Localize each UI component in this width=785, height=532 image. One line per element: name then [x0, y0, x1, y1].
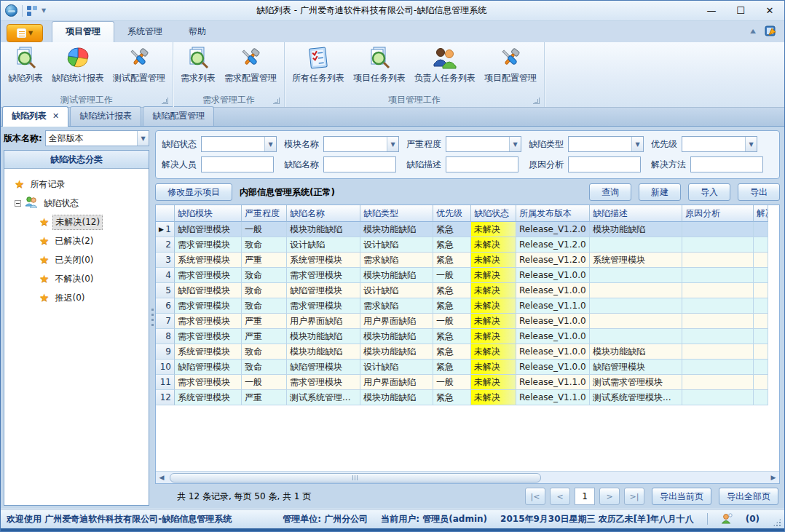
grid-cell[interactable]	[754, 222, 768, 237]
filter-input[interactable]	[690, 156, 763, 172]
grid-cell[interactable]: Release_V1.0.0	[516, 344, 590, 360]
table-row[interactable]: ▶1缺陷管理模块一般模块功能缺陷模块功能缺陷紧急未解决Release_V1.2.…	[156, 222, 779, 237]
grid-cell[interactable]	[754, 329, 768, 344]
grid-cell[interactable]: 一般	[242, 222, 287, 237]
grid-cell[interactable]: 需求缺陷	[360, 253, 433, 268]
search-button[interactable]: 查询	[589, 183, 631, 201]
grid-cell[interactable]: Release_V1.1.0	[516, 298, 590, 314]
grid-cell[interactable]: Release_V1.1.0	[516, 390, 590, 405]
grid-cell[interactable]: 需求管理模块	[175, 298, 242, 314]
ribbon-tab-project[interactable]: 项目管理	[52, 21, 114, 42]
grid-cell[interactable]	[590, 268, 682, 283]
grid-cell[interactable]: 测试需求管理模块	[590, 375, 682, 390]
tree-item[interactable]: ★推迟(0)	[15, 288, 147, 307]
table-row[interactable]: 2需求管理模块致命设计缺陷设计缺陷紧急未解决Release_V1.2.0	[156, 237, 779, 253]
close-tab-icon[interactable]: ✕	[52, 111, 59, 121]
row-selector[interactable]: 4	[156, 268, 175, 283]
filter-select[interactable]: ▼	[323, 136, 399, 152]
modify-columns-button[interactable]: 修改显示项目	[155, 183, 232, 201]
grid-cell[interactable]	[754, 298, 768, 314]
grid-cell[interactable]: 一般	[433, 268, 471, 283]
grid-cell[interactable]	[754, 237, 768, 253]
table-row[interactable]: 6需求管理模块致命需求管理模块需求缺陷紧急未解决Release_V1.1.0	[156, 298, 779, 314]
grid-cell[interactable]: 缺陷管理模块	[590, 360, 682, 375]
grid-cell[interactable]	[590, 283, 682, 298]
grid-cell[interactable]: 一般	[433, 375, 471, 390]
grid-cell[interactable]	[754, 375, 768, 390]
grid-cell[interactable]: 未解决	[471, 268, 516, 283]
new-button[interactable]: 新建	[639, 183, 681, 201]
table-row[interactable]: 12系统管理模块严重测试系统管理...模块功能缺陷紧急未解决Release_V1…	[156, 390, 779, 405]
first-page-button[interactable]: |<	[525, 488, 545, 505]
grid-cell[interactable]: 设计缺陷	[360, 237, 433, 253]
dialog-launcher-icon[interactable]	[162, 98, 168, 104]
grid-cell[interactable]	[590, 237, 682, 253]
grid-cell[interactable]: 紧急	[433, 344, 471, 360]
row-selector[interactable]: 8	[156, 329, 175, 344]
grid-cell[interactable]	[682, 329, 754, 344]
grid-cell[interactable]: 需求管理模块	[175, 268, 242, 283]
row-selector[interactable]: 7	[156, 314, 175, 329]
ribbon-tab-help[interactable]: 帮助	[175, 22, 219, 42]
filter-select[interactable]: ▼	[568, 136, 644, 152]
filter-input[interactable]	[568, 156, 641, 172]
grid-cell[interactable]: Release_V1.0.0	[516, 329, 590, 344]
column-header[interactable]: 缺陷类型	[360, 205, 433, 222]
column-header[interactable]: 缺陷名称	[287, 205, 360, 222]
row-selector[interactable]: 6	[156, 298, 175, 314]
tree-item[interactable]: ★不解决(0)	[15, 269, 147, 288]
ribbon-tab-system[interactable]: 系统管理	[114, 22, 175, 42]
import-button[interactable]: 导入	[688, 183, 730, 201]
tree-item[interactable]: 缺陷状态	[15, 194, 147, 213]
grid-cell[interactable]: 需求管理模块	[175, 237, 242, 253]
project-config-button[interactable]: 项目配置管理	[480, 44, 541, 86]
grid-cell[interactable]	[682, 253, 754, 268]
scroll-right-icon[interactable]: ▶	[768, 474, 779, 481]
grid-cell[interactable]: 紧急	[433, 222, 471, 237]
filter-select[interactable]: ▼	[682, 136, 757, 152]
column-header[interactable]: 解决方法	[754, 205, 768, 222]
grid-cell[interactable]: 系统管理模块	[175, 344, 242, 360]
grid-cell[interactable]	[682, 237, 754, 253]
grid-cell[interactable]	[682, 314, 754, 329]
dialog-launcher-icon[interactable]	[273, 98, 280, 104]
grid-cell[interactable]: 未解决	[471, 283, 516, 298]
grid-cell[interactable]: 测试系统管理模块...	[590, 390, 682, 405]
grid-cell[interactable]: 用户界面缺陷	[360, 314, 433, 329]
grid-cell[interactable]	[682, 390, 754, 405]
table-row[interactable]: 3系统管理模块严重系统管理模块需求缺陷紧急未解决Release_V1.2.0系统…	[156, 253, 779, 268]
table-row[interactable]: 4需求管理模块致命需求管理模块模块功能缺陷一般未解决Release_V1.0.0	[156, 268, 779, 283]
row-selector[interactable]: 9	[156, 344, 175, 360]
grid-cell[interactable]	[682, 375, 754, 390]
grid-cell[interactable]: 致命	[242, 237, 287, 253]
export-button[interactable]: 导出	[738, 183, 780, 201]
next-page-button[interactable]: >	[599, 488, 620, 505]
grid-cell[interactable]	[754, 314, 768, 329]
tree-collapse-icon[interactable]	[15, 200, 21, 207]
grid-cell[interactable]: Release_V1.0.0	[516, 268, 590, 283]
grid-cell[interactable]: 严重	[242, 253, 287, 268]
table-row[interactable]: 8需求管理模块严重模块功能缺陷模块功能缺陷紧急未解决Release_V1.0.0	[156, 329, 779, 344]
grid-cell[interactable]: Release_V1.1.0	[516, 375, 590, 390]
doc-tab-defect-list[interactable]: 缺陷列表 ✕	[2, 106, 68, 127]
scroll-left-icon[interactable]: ◀	[156, 474, 167, 481]
grid-cell[interactable]: 模块功能缺陷	[360, 268, 433, 283]
version-select[interactable]: 全部版本 ▼	[45, 130, 149, 146]
grid-cell[interactable]	[590, 298, 682, 314]
grid-cell[interactable]	[682, 298, 754, 314]
requirement-config-button[interactable]: 需求配置管理	[220, 44, 281, 86]
grid-cell[interactable]: 模块功能缺陷	[287, 222, 360, 237]
filter-select[interactable]: ▼	[201, 136, 277, 152]
grid-cell[interactable]: 模块功能缺陷	[590, 222, 682, 237]
column-header[interactable]: 缺陷模块	[175, 205, 242, 222]
grid-cell[interactable]	[682, 268, 754, 283]
grid-cell[interactable]: 系统管理模块	[175, 390, 242, 405]
grid-cell[interactable]: Release_V1.2.0	[516, 237, 590, 253]
grid-cell[interactable]	[682, 222, 754, 237]
tree-item[interactable]: ★已解决(2)	[15, 231, 147, 250]
column-header[interactable]: 原因分析	[682, 205, 754, 222]
grid-cell[interactable]: 未解决	[471, 237, 516, 253]
row-selector[interactable]: 12	[156, 390, 175, 405]
table-row[interactable]: 5缺陷管理模块致命缺陷管理模块设计缺陷紧急未解决Release_V1.0.0	[156, 283, 779, 298]
grid-cell[interactable]: 一般	[242, 375, 287, 390]
